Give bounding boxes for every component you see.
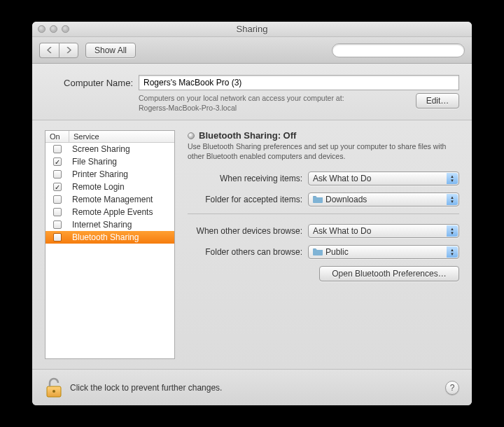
service-row[interactable]: Screen Sharing [46,143,174,155]
popup-arrows-icon: ▲▼ [447,194,458,205]
service-row[interactable]: Printer Sharing [46,168,174,181]
minimize-icon[interactable] [50,25,57,33]
zoom-icon[interactable] [62,25,69,33]
list-header: On Service [46,131,174,143]
search-input[interactable] [332,43,465,57]
folder-icon [313,248,323,255]
chevron-right-icon [66,47,71,53]
service-name: Bluetooth Sharing [69,232,174,242]
lock-text: Click the lock to prevent further change… [70,383,438,393]
browse-label: When other devices browse: [188,226,308,236]
service-row[interactable]: Bluetooth Sharing [46,231,174,244]
traffic-lights [38,25,69,33]
detail-title: Bluetooth Sharing: Off [199,130,296,141]
header-service[interactable]: Service [69,131,174,142]
status-indicator-icon [188,132,195,139]
service-row[interactable]: ✓File Sharing [46,155,174,168]
service-row[interactable]: Remote Apple Events [46,206,174,218]
list-body: Screen Sharing✓File SharingPrinter Shari… [46,143,174,358]
service-checkbox[interactable] [53,233,62,241]
detail-pane: Bluetooth Sharing: Off Use Bluetooth Sha… [188,130,459,359]
nav-segment [39,43,78,58]
service-row[interactable]: Internet Sharing [46,218,174,231]
popup-arrows-icon: ▲▼ [447,225,458,237]
divider [188,214,459,214]
service-row[interactable]: ✓Remote Login [46,181,174,193]
service-name: Internet Sharing [69,220,174,230]
svg-point-3 [52,390,55,393]
accepted-folder-popup[interactable]: Downloads ▲▼ [308,192,459,206]
chevron-left-icon [47,47,52,53]
computer-name-desc: Computers on your local network can acce… [139,93,407,113]
detail-description: Use Bluetooth Sharing preferences and se… [188,142,459,161]
service-name: Remote Apple Events [69,207,174,217]
close-icon[interactable] [38,25,46,33]
titlebar[interactable]: Sharing [32,22,472,37]
main-area: On Service Screen Sharing✓File SharingPr… [32,120,472,369]
receiving-items-label: When receiving items: [188,174,308,183]
open-bluetooth-prefs-button[interactable]: Open Bluetooth Preferences… [319,266,459,281]
window-title: Sharing [32,24,472,34]
service-name: Printer Sharing [69,169,174,179]
service-name: Screen Sharing [69,144,174,154]
service-checkbox[interactable] [53,170,62,178]
service-checkbox[interactable]: ✓ [53,158,62,166]
help-button[interactable]: ? [445,381,459,395]
browse-folder-popup[interactable]: Public ▲▼ [308,245,459,259]
browse-popup[interactable]: Ask What to Do ▲▼ [308,224,459,238]
computer-name-input[interactable] [139,75,459,90]
service-checkbox[interactable]: ✓ [53,183,62,191]
computer-name-section: Computer Name: Computers on your local n… [32,64,472,120]
service-checkbox[interactable] [53,208,62,216]
show-all-button[interactable]: Show All [85,43,136,58]
computer-name-label: Computer Name: [45,78,133,88]
service-list: On Service Screen Sharing✓File SharingPr… [45,130,175,359]
service-name: Remote Management [69,195,174,204]
back-button[interactable] [39,43,59,58]
popup-arrows-icon: ▲▼ [447,173,458,184]
forward-button[interactable] [59,43,78,58]
browse-folder-label: Folder others can browse: [188,247,308,257]
accepted-folder-label: Folder for accepted items: [188,195,308,204]
service-checkbox[interactable] [53,145,62,153]
content-area: Computer Name: Computers on your local n… [32,64,472,405]
service-checkbox[interactable] [53,195,62,204]
service-name: Remote Login [69,182,174,192]
toolbar: Show All [32,37,472,64]
popup-arrows-icon: ▲▼ [447,246,458,258]
sharing-preferences-window: Sharing Show All Computer Name: Compute [32,22,472,405]
service-row[interactable]: Remote Management [46,193,174,206]
service-checkbox[interactable] [53,220,62,229]
header-on[interactable]: On [46,131,69,142]
folder-icon [313,195,323,203]
receiving-items-popup[interactable]: Ask What to Do ▲▼ [308,172,459,186]
service-name: File Sharing [69,157,174,167]
edit-button[interactable]: Edit… [416,93,459,108]
lock-icon[interactable] [45,377,63,398]
footer: Click the lock to prevent further change… [32,369,472,405]
